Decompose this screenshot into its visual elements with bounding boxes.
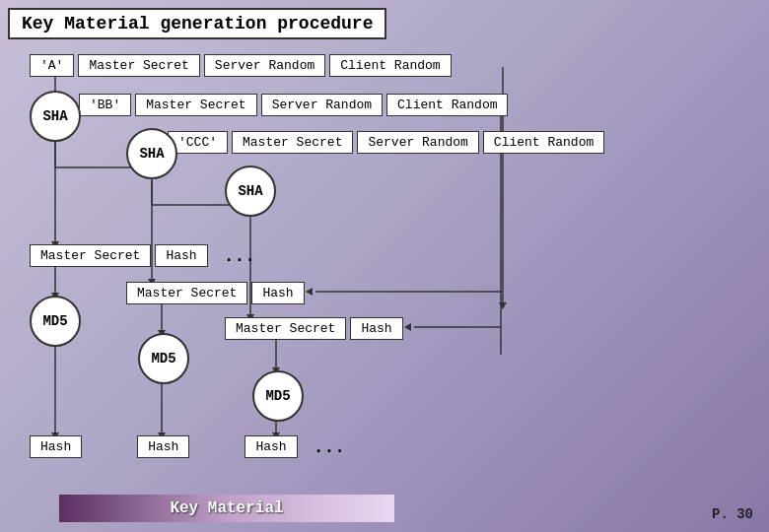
ms-hash1-hash: Hash bbox=[155, 244, 207, 267]
hash-bottom-3: Hash bbox=[245, 435, 297, 458]
ms-hash-row3: Master Secret Hash bbox=[225, 317, 403, 340]
row3-server-random: Server Random bbox=[357, 131, 478, 154]
sha-circle-1: SHA bbox=[30, 91, 81, 142]
md5-circle-2: MD5 bbox=[138, 333, 189, 384]
row3-boxes: 'CCC' Master Secret Server Random Client… bbox=[168, 131, 604, 154]
row2-bb-label: 'BB' bbox=[79, 94, 131, 116]
ms-hash-row2: Master Secret Hash bbox=[126, 282, 305, 304]
ms-hash3-master-secret: Master Secret bbox=[225, 317, 346, 340]
key-material-label: Key Material bbox=[170, 499, 283, 517]
row1-master-secret: Master Secret bbox=[78, 54, 199, 77]
md5-circle-1: MD5 bbox=[30, 296, 81, 347]
hash-bottom-2: Hash bbox=[137, 435, 189, 458]
page-title: Key Material generation procedure bbox=[8, 8, 386, 39]
row2-client-random: Client Random bbox=[386, 94, 508, 116]
ms-hash3-hash: Hash bbox=[350, 317, 402, 340]
row1-boxes: 'A' Master Secret Server Random Client R… bbox=[30, 54, 452, 77]
row1-client-random: Client Random bbox=[329, 54, 451, 77]
sha-circle-2: SHA bbox=[126, 128, 177, 179]
page-number: P. 30 bbox=[712, 506, 753, 522]
dots-row1: ... bbox=[224, 246, 255, 266]
ms-hash2-hash: Hash bbox=[251, 282, 304, 304]
row3-client-random: Client Random bbox=[483, 131, 604, 154]
row1-server-random: Server Random bbox=[204, 54, 325, 77]
sha-circle-3: SHA bbox=[225, 166, 276, 217]
svg-marker-30 bbox=[306, 288, 313, 296]
row2-master-secret: Master Secret bbox=[135, 94, 256, 116]
row2-server-random: Server Random bbox=[261, 94, 383, 116]
hash-bottom-1: Hash bbox=[30, 435, 82, 458]
ms-hash1-master-secret: Master Secret bbox=[30, 244, 151, 267]
row2-boxes: 'BB' Master Secret Server Random Client … bbox=[79, 94, 508, 116]
row1-a-label: 'A' bbox=[30, 54, 74, 77]
md5-circle-3: MD5 bbox=[252, 370, 304, 422]
ms-hash-row1: Master Secret Hash ... bbox=[30, 244, 255, 267]
svg-marker-32 bbox=[404, 323, 411, 331]
svg-marker-26 bbox=[499, 302, 507, 309]
hash-bottom-row: Hash Hash Hash ... bbox=[30, 435, 345, 458]
row3-master-secret: Master Secret bbox=[232, 131, 353, 154]
key-material-bar: Key Material bbox=[59, 495, 394, 522]
ms-hash2-master-secret: Master Secret bbox=[126, 282, 247, 304]
dots-bottom: ... bbox=[314, 437, 345, 457]
